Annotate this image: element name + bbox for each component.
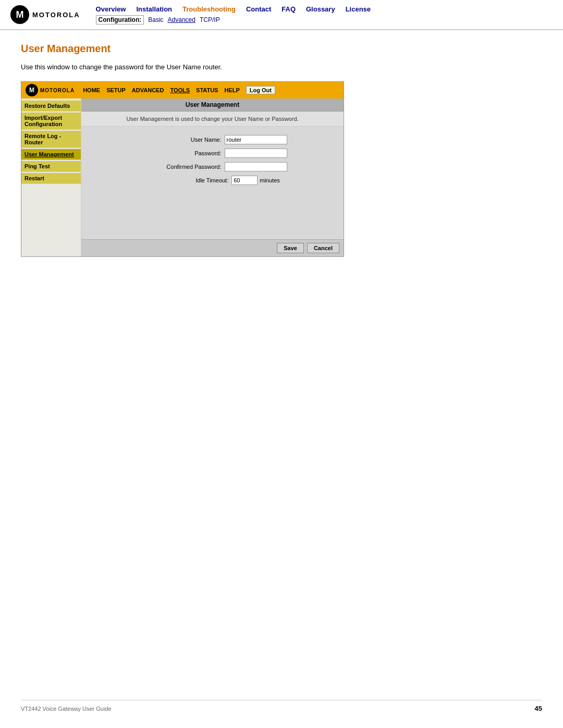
nav-row2: Configuration: Basic Advanced TCP/IP: [96, 15, 371, 24]
nav-tcpip[interactable]: TCP/IP: [200, 16, 220, 23]
motorola-logo: M MOTOROLA: [10, 5, 80, 24]
router-main: User Management User Management is used …: [81, 98, 344, 256]
config-label: Configuration:: [96, 15, 144, 24]
router-nav-home[interactable]: HOME: [83, 87, 100, 93]
router-nav-setup[interactable]: SETUP: [106, 87, 126, 93]
idle-timeout-input[interactable]: [231, 176, 258, 185]
sidebar-import-export[interactable]: Import/Export Configuration: [21, 113, 81, 130]
nav-faq[interactable]: FAQ: [282, 5, 296, 13]
sidebar-remote-log[interactable]: Remote Log - Router: [21, 131, 81, 148]
nav-basic[interactable]: Basic: [148, 16, 163, 23]
footer-page-number: 45: [535, 705, 542, 712]
sidebar-user-management[interactable]: User Management: [21, 149, 81, 160]
router-nav-items: HOME SETUP ADVANCED TOOLS STATUS HELP Lo…: [83, 86, 275, 94]
nav-overview[interactable]: Overview: [96, 5, 126, 13]
footer-guide-text: VT2442 Voice Gateway User Guide: [21, 706, 112, 712]
router-nav-status[interactable]: STATUS: [196, 87, 218, 93]
page-title: User Management: [21, 43, 542, 55]
sidebar-ping-test[interactable]: Ping Test: [21, 161, 81, 172]
username-row: User Name:: [92, 135, 333, 144]
page-footer: VT2442 Voice Gateway User Guide 45: [21, 700, 542, 712]
router-body: Restore Defaults Import/Export Configura…: [21, 98, 344, 256]
nav-installation[interactable]: Installation: [136, 5, 172, 13]
password-input[interactable]: [225, 149, 287, 158]
router-nav-help[interactable]: HELP: [224, 87, 239, 93]
confirm-password-row: Confirmed Password:: [92, 162, 333, 171]
page-content: User Management Use this window to chang…: [0, 30, 563, 269]
idle-timeout-unit: minutes: [260, 177, 280, 183]
router-nav-tools[interactable]: TOOLS: [170, 87, 190, 93]
nav-row1: Overview Installation Troubleshooting Co…: [96, 5, 371, 13]
router-logo: M MOTOROLA: [26, 84, 75, 96]
nav-links: Overview Installation Troubleshooting Co…: [96, 5, 371, 28]
nav-contact[interactable]: Contact: [246, 5, 271, 13]
router-sidebar: Restore Defaults Import/Export Configura…: [21, 98, 81, 256]
router-logout-button[interactable]: Log Out: [246, 86, 275, 94]
sidebar-restore-defaults[interactable]: Restore Defaults: [21, 101, 81, 112]
cancel-button[interactable]: Cancel: [307, 243, 339, 253]
motorola-icon: M: [10, 5, 29, 24]
top-navigation: M MOTOROLA Overview Installation Trouble…: [0, 0, 563, 30]
save-button[interactable]: Save: [277, 243, 304, 253]
router-ui: M MOTOROLA HOME SETUP ADVANCED TOOLS STA…: [21, 81, 344, 257]
router-footer: Save Cancel: [81, 239, 344, 256]
router-form: User Name: Password: Confirmed Password:…: [81, 127, 344, 198]
router-nav-advanced[interactable]: ADVANCED: [132, 87, 164, 93]
router-navbar: M MOTOROLA HOME SETUP ADVANCED TOOLS STA…: [21, 82, 344, 98]
idle-timeout-row: Idle Timeout: minutes: [92, 176, 333, 185]
nav-advanced[interactable]: Advanced: [168, 16, 195, 23]
router-logo-icon: M: [26, 84, 38, 96]
motorola-text: MOTOROLA: [32, 11, 80, 19]
idle-timeout-label: Idle Timeout:: [145, 177, 228, 183]
username-label: User Name:: [138, 137, 222, 143]
password-label: Password:: [138, 150, 222, 156]
page-description: Use this window to change the password f…: [21, 63, 542, 71]
router-main-description: User Management is used to change your U…: [81, 112, 344, 127]
logo-area: M MOTOROLA: [10, 5, 80, 29]
router-logo-text: MOTOROLA: [40, 88, 75, 93]
nav-troubleshooting[interactable]: Troubleshooting: [182, 5, 236, 13]
confirm-password-input[interactable]: [225, 162, 287, 171]
router-main-header: User Management: [81, 98, 344, 112]
nav-glossary[interactable]: Glossary: [306, 5, 335, 13]
password-row: Password:: [92, 149, 333, 158]
username-input[interactable]: [225, 135, 287, 144]
confirm-password-label: Confirmed Password:: [138, 164, 222, 170]
sidebar-restart[interactable]: Restart: [21, 173, 81, 184]
nav-license[interactable]: License: [346, 5, 371, 13]
